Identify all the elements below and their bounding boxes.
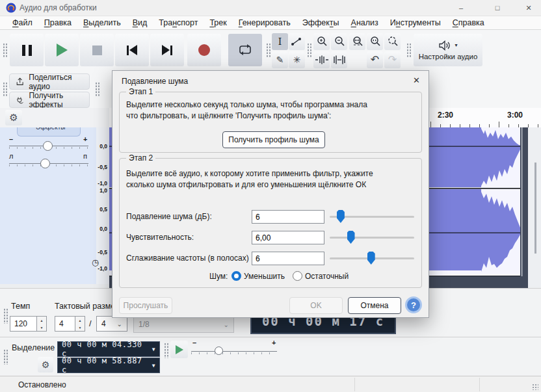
audio-setup-grip[interactable] <box>406 43 412 57</box>
sensitivity-slider-thumb[interactable] <box>347 231 355 244</box>
selection-label: Выделение <box>12 343 55 352</box>
share-audio-button[interactable]: Поделиться аудио <box>9 73 90 90</box>
sensitivity-input[interactable] <box>252 231 324 244</box>
dialog-close-button[interactable]: ✕ <box>413 75 420 85</box>
timesig-label: Тактовый размер <box>55 302 120 311</box>
tempo-toolbar-grip[interactable] <box>3 308 8 324</box>
noise-residue-radio[interactable] <box>293 271 302 281</box>
menu-item-analyze[interactable]: Анализ <box>345 18 384 27</box>
speaker-icon <box>438 40 451 51</box>
minimize-button[interactable]: – <box>446 0 476 16</box>
loop-icon <box>238 44 252 57</box>
smoothing-slider[interactable] <box>330 252 414 265</box>
draw-tool-button[interactable]: ✎ <box>272 51 288 68</box>
get-noise-profile-button[interactable]: Получить профиль шума <box>222 131 325 148</box>
zoom-in-button[interactable] <box>313 33 330 50</box>
tempo-spinner[interactable]: ▲ ▼ <box>37 316 47 332</box>
edit-toolbar-grip[interactable] <box>307 43 312 57</box>
menu-item-view[interactable]: Вид <box>127 18 153 27</box>
close-button[interactable]: ✕ <box>514 0 541 16</box>
help-button[interactable]: ? <box>405 296 422 313</box>
speed-slider-thumb[interactable] <box>215 346 223 355</box>
timeline-label-230: 2:30 <box>438 111 453 120</box>
vertical-scale-ruler[interactable]: 0,0 -0,5 -1,0 1,0 0,5 0,0 -0,5 -1,0 ◷ <box>96 127 110 284</box>
silence-audio-button[interactable] <box>331 51 347 68</box>
maximize-button[interactable]: □ <box>482 0 512 16</box>
beats-spin-up-icon[interactable]: ▲ <box>75 317 85 324</box>
gain-minus-label: – <box>9 135 13 143</box>
selection-toolbar-grip[interactable] <box>3 349 8 365</box>
preview-button[interactable]: Прослушать <box>119 297 172 314</box>
menu-item-generate[interactable]: Генерировать <box>233 18 297 27</box>
multi-tool-button[interactable]: ✳ <box>289 51 305 68</box>
menu-item-transport[interactable]: Транспорт <box>153 18 204 27</box>
zoom-in-icon <box>316 36 328 47</box>
get-effects-button[interactable]: Получить эффекты <box>9 92 90 108</box>
sensitivity-slider[interactable] <box>330 231 414 244</box>
selection-end-field[interactable]: 00 ч 00 м 58.887 с ▼ <box>57 358 160 373</box>
pan-slider-thumb[interactable] <box>40 159 50 168</box>
menu-item-file[interactable]: Файл <box>7 18 38 27</box>
beats-spin-down-icon[interactable]: ▼ <box>75 324 85 331</box>
menu-item-select[interactable]: Выделить <box>77 18 127 27</box>
selection-tool-button[interactable]: I <box>272 33 288 50</box>
zoom-fit-button[interactable] <box>367 33 383 50</box>
undo-button[interactable]: ↶ <box>367 51 383 68</box>
menu-item-effects[interactable]: Эффекты <box>297 18 345 27</box>
speed-toolbar-grip[interactable] <box>164 343 169 358</box>
skip-to-end-button[interactable] <box>150 34 184 66</box>
record-button[interactable] <box>187 34 221 66</box>
pause-button[interactable] <box>10 34 44 66</box>
tempo-spin-up-icon[interactable]: ▲ <box>37 317 46 324</box>
redo-button[interactable]: ↷ <box>384 51 401 68</box>
timeline-options-button[interactable]: ⚙ <box>5 110 22 125</box>
noise-reduction-input[interactable] <box>252 210 324 224</box>
transport-toolbar-grip[interactable] <box>3 43 8 57</box>
step2-legend: Этап 2 <box>126 153 155 163</box>
gain-slider-thumb[interactable] <box>43 141 53 151</box>
scale-label: -0,5 <box>98 249 107 255</box>
zoom-out-button[interactable] <box>331 33 347 50</box>
play-at-speed-button[interactable] <box>170 341 188 358</box>
scale-label: -0,5 <box>98 164 107 170</box>
stop-button[interactable] <box>80 34 114 66</box>
menu-item-help[interactable]: Справка <box>447 18 490 27</box>
beats-input[interactable]: 4 <box>55 316 75 332</box>
note-chevron-icon: ⌄ <box>117 320 122 328</box>
loop-button[interactable] <box>228 34 262 66</box>
ok-button[interactable]: OK <box>289 297 343 314</box>
share-toolbar-grip-right[interactable] <box>95 82 100 96</box>
zoom-selection-button[interactable] <box>349 33 365 50</box>
audio-setup-button[interactable]: ▾ Настройки аудио <box>414 34 482 66</box>
tempo-spin-down-icon[interactable]: ▼ <box>37 324 46 331</box>
status-bar: Остановлено <box>0 376 541 392</box>
beats-spinner[interactable]: ▲ ▼ <box>75 316 85 332</box>
snapping-dropdown[interactable]: 1/8 ⌄ <box>133 316 234 333</box>
menu-item-tools[interactable]: Инструменты <box>384 18 447 27</box>
menu-item-edit[interactable]: Правка <box>38 18 77 27</box>
track-effects-button[interactable]: Эффекты <box>17 127 81 137</box>
tempo-input[interactable]: 120 <box>10 316 37 332</box>
selection-options-button[interactable]: ⚙ <box>38 357 53 372</box>
share-toolbar-grip[interactable] <box>3 82 8 96</box>
noise-reduction-slider[interactable] <box>330 210 414 223</box>
trim-audio-button[interactable] <box>313 51 330 68</box>
envelope-tool-button[interactable] <box>289 33 305 50</box>
menu-item-tracks[interactable]: Трек <box>204 18 232 27</box>
cancel-button[interactable]: Отмена <box>348 297 401 314</box>
noise-reduction-slider-thumb[interactable] <box>337 210 345 223</box>
skip-to-start-button[interactable] <box>115 34 149 66</box>
resize-grip[interactable] <box>532 384 538 390</box>
timeline-label-300: 3:00 <box>507 111 523 120</box>
zoom-toggle-button[interactable] <box>384 33 401 50</box>
smoothing-slider-thumb[interactable] <box>367 252 375 265</box>
note-value-dropdown[interactable]: 4 ⌄ <box>96 316 127 332</box>
envelope-icon <box>291 37 303 46</box>
noise-reduce-radio[interactable] <box>231 271 241 281</box>
track-control-panel[interactable]: Эффекты – + л п <box>0 127 97 284</box>
tools-toolbar-grip[interactable] <box>266 43 271 57</box>
step1-group: Этап 1 Выделите несколько секунд только … <box>119 92 422 153</box>
play-button[interactable] <box>45 34 79 66</box>
smoothing-input[interactable] <box>252 252 324 265</box>
selection-start-field[interactable]: 00 ч 00 м 04.330 с ▼ <box>57 341 160 357</box>
